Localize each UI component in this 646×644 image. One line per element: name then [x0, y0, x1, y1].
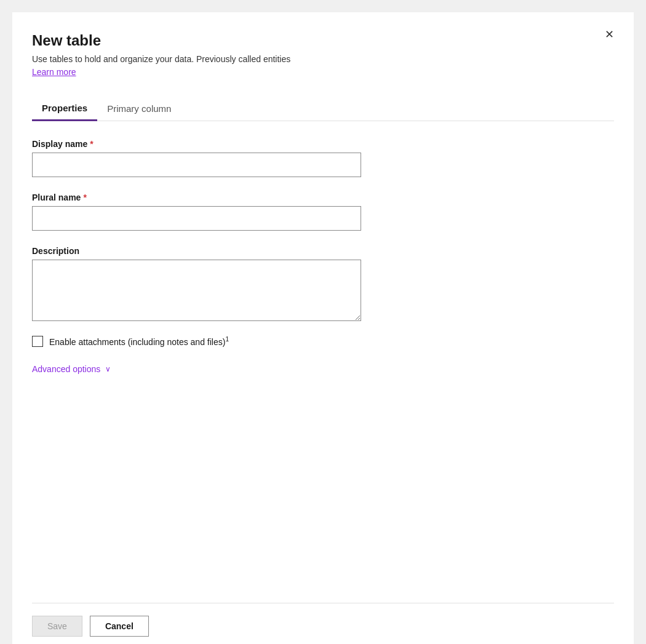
- tab-primary-column[interactable]: Primary column: [97, 97, 181, 121]
- dialog-title: New table: [32, 32, 614, 49]
- chevron-down-icon: ∨: [105, 365, 111, 373]
- dialog-subtitle: Use tables to hold and organize your dat…: [32, 54, 614, 64]
- close-button[interactable]: ✕: [599, 25, 619, 44]
- form-group-plural-name: Plural name *: [32, 192, 614, 231]
- tab-properties[interactable]: Properties: [32, 97, 97, 121]
- footnote-superscript: 1: [225, 336, 229, 343]
- description-textarea[interactable]: [32, 260, 361, 321]
- display-name-label: Display name *: [32, 139, 94, 149]
- dialog-footer: Save Cancel: [32, 603, 614, 644]
- display-name-input[interactable]: [32, 153, 361, 177]
- required-star-plural-name: *: [83, 193, 86, 202]
- advanced-options-label: Advanced options: [32, 364, 100, 374]
- advanced-options-button[interactable]: Advanced options ∨: [32, 364, 111, 374]
- form-properties: Display name * Plural name * Description…: [32, 138, 614, 498]
- enable-attachments-label: Enable attachments (including notes and …: [49, 336, 229, 347]
- description-label: Description: [32, 246, 79, 256]
- plural-name-label: Plural name *: [32, 193, 87, 202]
- cancel-button[interactable]: Cancel: [90, 616, 149, 637]
- learn-more-link[interactable]: Learn more: [32, 67, 76, 77]
- dialog-header: New table Use tables to hold and organiz…: [32, 32, 614, 92]
- enable-attachments-row: Enable attachments (including notes and …: [32, 336, 614, 347]
- save-button[interactable]: Save: [32, 616, 82, 637]
- tabs-container: Properties Primary column: [32, 97, 614, 121]
- form-group-display-name: Display name *: [32, 138, 614, 177]
- new-table-dialog: ✕ New table Use tables to hold and organ…: [12, 12, 634, 644]
- form-group-description: Description: [32, 245, 614, 321]
- required-star-display-name: *: [90, 139, 93, 149]
- plural-name-input[interactable]: [32, 206, 361, 231]
- enable-attachments-checkbox[interactable]: [32, 336, 43, 347]
